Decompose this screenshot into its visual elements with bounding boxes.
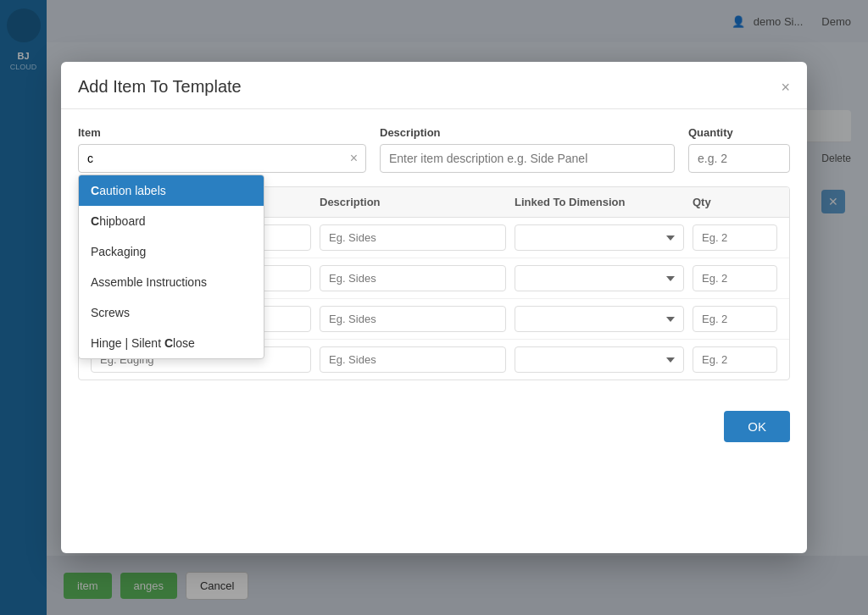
item-input[interactable] [78,144,366,173]
row2-qty-input[interactable] [693,265,777,291]
row1-desc-input[interactable] [320,224,506,251]
col-header-description: Description [320,196,506,208]
dropdown-highlight-c2: C [91,214,99,228]
item-input-wrapper: × Caution labels Chipboard Packaging Ass… [78,144,366,173]
row4-qty-input[interactable] [693,346,777,373]
quantity-field-group: Quantity [688,126,790,173]
row1-qty-input[interactable] [693,224,777,251]
dropdown-item-assemble[interactable]: Assemble Instructions [79,267,264,297]
item-field-group: Item × Caution labels Chipboard Packagin… [78,126,366,173]
description-field-group: Description [380,126,675,173]
row2-desc-input[interactable] [320,265,506,291]
dropdown-highlight-c3: C [164,336,173,350]
dropdown-item-screws[interactable]: Screws [79,297,264,328]
col-header-qty: Qty [693,196,777,208]
dropdown-item-packaging[interactable]: Packaging [79,236,264,267]
dropdown-item-caution-labels[interactable]: Caution labels [79,175,264,206]
item-dropdown: Caution labels Chipboard Packaging Assem… [78,175,264,359]
row3-dimension-select[interactable] [515,306,684,332]
modal-body: Item × Caution labels Chipboard Packagin… [61,109,807,397]
row2-dimension-select[interactable] [515,265,684,291]
row4-dimension-select[interactable] [515,346,684,373]
row3-desc-input[interactable] [320,306,506,332]
modal-footer: OK [61,397,807,456]
row3-qty-input[interactable] [693,306,777,332]
form-top-row: Item × Caution labels Chipboard Packagin… [78,126,790,173]
item-label: Item [78,126,366,139]
col-header-dimension: Linked To Dimension [515,196,684,208]
modal-header: Add Item To Template × [61,62,807,109]
row1-dimension-select[interactable] [515,224,684,251]
dropdown-highlight-c1: C [91,184,99,197]
clear-icon[interactable]: × [350,151,358,166]
quantity-input[interactable] [688,144,790,173]
dropdown-item-chipboard[interactable]: Chipboard [79,206,264,236]
row4-desc-input[interactable] [320,346,506,373]
modal-title: Add Item To Template [78,77,242,97]
add-item-modal: Add Item To Template × Item × Caution la… [61,62,807,553]
description-label: Description [380,126,675,139]
quantity-label: Quantity [688,126,790,139]
ok-button[interactable]: OK [724,411,790,442]
dropdown-item-hinge[interactable]: Hinge | Silent Close [79,328,264,358]
modal-close-button[interactable]: × [781,80,790,95]
description-input[interactable] [380,144,675,173]
